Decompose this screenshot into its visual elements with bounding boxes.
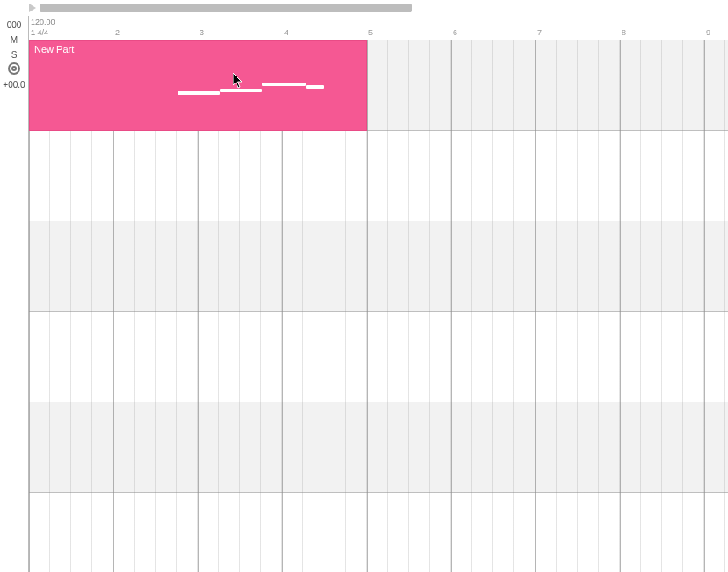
gear-icon bbox=[8, 62, 20, 75]
bar-label: 1 bbox=[31, 28, 35, 37]
midi-note[interactable] bbox=[178, 91, 220, 95]
bar-label: 7 bbox=[537, 28, 542, 37]
track-side-panel: 000 M S +00.0 bbox=[0, 16, 29, 572]
scroll-track[interactable] bbox=[40, 4, 708, 12]
bar-label: 2 bbox=[115, 28, 120, 37]
scroll-left-arrow-icon[interactable] bbox=[29, 4, 36, 12]
arrangement-grid[interactable]: New Part bbox=[29, 40, 728, 572]
track-settings-button[interactable] bbox=[0, 62, 28, 77]
timeline-ruler[interactable]: 120.00 1 4/4 123456789 bbox=[29, 16, 728, 40]
track-offset[interactable]: +00.0 bbox=[0, 77, 28, 92]
mute-button[interactable]: M bbox=[0, 33, 28, 47]
midi-note[interactable] bbox=[262, 83, 306, 86]
scroll-thumb[interactable] bbox=[40, 4, 412, 12]
bar-label: 4 bbox=[284, 28, 288, 37]
tempo-readout[interactable]: 000 bbox=[0, 18, 28, 33]
bar-label: 3 bbox=[200, 28, 204, 37]
solo-button[interactable]: S bbox=[0, 47, 28, 62]
bar-label: 8 bbox=[622, 28, 626, 37]
bar-label: 5 bbox=[368, 28, 373, 37]
clip-title: New Part bbox=[34, 44, 74, 54]
midi-clip[interactable]: New Part bbox=[29, 40, 367, 131]
midi-note[interactable] bbox=[306, 85, 324, 89]
horizontal-scrollbar-row bbox=[0, 0, 728, 16]
bar-label: 9 bbox=[706, 28, 710, 37]
ruler-tempo: 120.00 bbox=[31, 18, 55, 26]
bar-label: 6 bbox=[453, 28, 457, 37]
midi-note[interactable] bbox=[220, 89, 262, 92]
